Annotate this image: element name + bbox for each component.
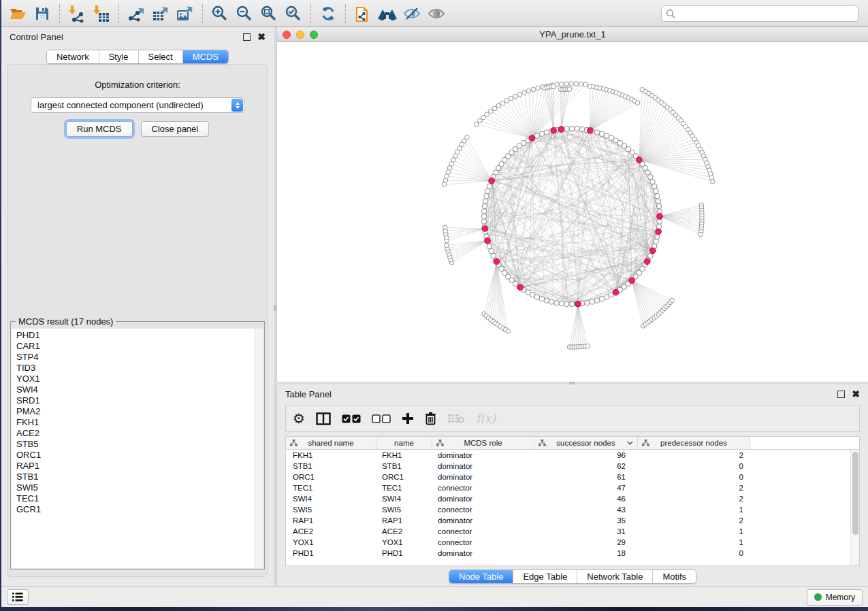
export-network-icon[interactable] bbox=[124, 3, 148, 24]
column-header-MCDS-role[interactable]: MCDS role bbox=[432, 437, 534, 449]
settings-gear-icon[interactable]: ⚙ bbox=[293, 412, 305, 425]
column-header-shared-name[interactable]: shared name bbox=[286, 437, 376, 449]
share-session-icon[interactable] bbox=[351, 3, 375, 24]
tab-style[interactable]: Style bbox=[99, 50, 139, 63]
cell-shared_name: YOX1 bbox=[286, 538, 376, 546]
cell-shared_name: RAP1 bbox=[286, 516, 376, 525]
column-header-predecessor-nodes[interactable]: predecessor nodes bbox=[638, 437, 750, 449]
cell-name: RAP1 bbox=[376, 516, 432, 525]
mcds-result-item[interactable]: TEC1 bbox=[16, 493, 263, 504]
mcds-result-item[interactable]: GCR1 bbox=[16, 504, 263, 515]
column-header-label: name bbox=[394, 439, 414, 447]
mcds-result-item[interactable]: STP4 bbox=[16, 352, 263, 363]
zoom-out-icon[interactable] bbox=[232, 3, 257, 24]
mcds-result-title: MCDS result (17 nodes) bbox=[16, 316, 116, 327]
tab-select[interactable]: Select bbox=[139, 50, 183, 63]
mcds-tab-content: Optimization criterion: largest connecte… bbox=[7, 64, 268, 577]
table-row[interactable]: ACE2ACE2connector311 bbox=[286, 526, 859, 537]
cell-predecessor_nodes: 2 bbox=[638, 516, 750, 525]
mcds-result-item[interactable]: ACE2 bbox=[16, 428, 263, 439]
add-column-icon[interactable] bbox=[402, 412, 414, 425]
table-row[interactable]: STB1STB1dominator620 bbox=[286, 461, 859, 472]
network-canvas[interactable] bbox=[277, 42, 868, 382]
mcds-result-item[interactable]: ORC1 bbox=[16, 450, 263, 461]
mcds-result-item[interactable]: STB5 bbox=[16, 439, 263, 450]
result-list-scrollbar[interactable] bbox=[255, 329, 263, 568]
zoom-in-icon[interactable] bbox=[208, 3, 232, 24]
search-binoculars-icon[interactable] bbox=[375, 3, 400, 24]
show-column-panel-icon[interactable] bbox=[316, 412, 331, 425]
delete-column-icon[interactable] bbox=[425, 412, 436, 425]
close-panel-icon[interactable]: ✖ bbox=[257, 33, 266, 41]
zoom-fit-icon[interactable] bbox=[257, 3, 281, 24]
cell-mcds_role: dominator bbox=[432, 516, 534, 525]
scrollbar-thumb[interactable] bbox=[852, 452, 858, 535]
import-table-icon[interactable] bbox=[89, 3, 114, 24]
hide-graphics-details-icon[interactable] bbox=[400, 3, 424, 24]
column-header-name[interactable]: name bbox=[376, 437, 432, 449]
open-file-icon[interactable] bbox=[5, 3, 30, 24]
export-image-icon[interactable] bbox=[173, 3, 197, 24]
column-header-successor-nodes[interactable]: successor nodes bbox=[534, 437, 638, 449]
import-network-icon[interactable] bbox=[65, 3, 89, 24]
cell-successor_nodes: 61 bbox=[534, 473, 638, 481]
table-row[interactable]: RAP1RAP1dominator352 bbox=[286, 515, 859, 526]
mcds-result-item[interactable]: STB1 bbox=[16, 472, 263, 482]
network-window-titlebar[interactable]: YPA_prune.txt_1 bbox=[277, 27, 868, 42]
criterion-dropdown[interactable]: largest connected component (undirected) bbox=[31, 97, 244, 113]
tab-mcds[interactable]: MCDS bbox=[183, 50, 228, 63]
toolbar-separator bbox=[345, 4, 346, 23]
cell-successor_nodes: 46 bbox=[534, 495, 638, 503]
run-mcds-button[interactable]: Run MCDS bbox=[66, 121, 133, 137]
mcds-result-item[interactable]: TID3 bbox=[16, 363, 263, 374]
list-icon bbox=[12, 593, 23, 601]
table-row[interactable]: TEC1TEC1connector472 bbox=[286, 482, 859, 493]
float-panel-icon[interactable] bbox=[837, 391, 845, 398]
tab-network[interactable]: Network bbox=[47, 50, 99, 63]
splitter-handle[interactable] bbox=[274, 305, 276, 311]
control-panel-tabs: NetworkStyleSelectMCDS bbox=[46, 50, 229, 64]
cell-mcds_role: dominator bbox=[432, 462, 534, 470]
cell-name: YOX1 bbox=[376, 538, 432, 546]
deselect-all-columns-icon[interactable] bbox=[372, 414, 391, 423]
table-row[interactable]: YOX1YOX1connector291 bbox=[286, 537, 859, 548]
mcds-result-item[interactable]: YOX1 bbox=[16, 374, 263, 384]
table-body: FKH1FKH1dominator962STB1STB1dominator620… bbox=[286, 450, 859, 559]
refresh-view-icon[interactable] bbox=[316, 3, 340, 24]
mcds-result-item[interactable]: PMA2 bbox=[16, 406, 263, 417]
toolbar-separator bbox=[59, 4, 60, 23]
memory-button[interactable]: Memory bbox=[807, 589, 863, 606]
table-tab-motifs[interactable]: Motifs bbox=[653, 570, 696, 583]
zoom-selected-icon[interactable] bbox=[281, 3, 306, 24]
float-panel-icon[interactable] bbox=[243, 33, 251, 41]
show-graphics-details-icon[interactable] bbox=[424, 3, 449, 24]
table-row[interactable]: PHD1PHD1dominator180 bbox=[286, 548, 859, 559]
mcds-result-item[interactable]: SWI4 bbox=[16, 384, 263, 395]
cell-mcds_role: dominator bbox=[432, 473, 534, 481]
close-panel-icon[interactable]: ✖ bbox=[852, 391, 860, 398]
select-all-columns-icon[interactable] bbox=[342, 414, 361, 423]
mcds-result-item[interactable]: SRD1 bbox=[16, 395, 263, 406]
mcds-result-item[interactable]: SWI5 bbox=[16, 482, 263, 493]
task-history-button[interactable] bbox=[7, 589, 29, 605]
mcds-result-item[interactable]: PHD1 bbox=[16, 330, 263, 341]
search-input[interactable] bbox=[661, 5, 858, 22]
mcds-result-item[interactable]: FKH1 bbox=[16, 417, 263, 428]
mcds-result-item[interactable]: RAP1 bbox=[16, 461, 263, 472]
close-panel-button[interactable]: Close panel bbox=[141, 121, 210, 137]
save-session-icon[interactable] bbox=[30, 3, 54, 24]
cell-shared_name: PHD1 bbox=[286, 549, 376, 557]
table-tab-network-table[interactable]: Network Table bbox=[577, 570, 653, 583]
table-row[interactable]: ORC1ORC1dominator610 bbox=[286, 472, 859, 482]
delete-table-icon bbox=[447, 413, 465, 424]
table-row[interactable]: SWI5SWI5connector431 bbox=[286, 504, 859, 515]
table-scrollbar[interactable] bbox=[850, 450, 859, 565]
export-table-icon[interactable] bbox=[148, 3, 173, 24]
mcds-result-item[interactable]: CAR1 bbox=[16, 341, 263, 352]
table-tab-edge-table[interactable]: Edge Table bbox=[513, 570, 577, 583]
table-row[interactable]: FKH1FKH1dominator962 bbox=[286, 450, 859, 461]
attribute-tree-icon bbox=[642, 440, 649, 446]
table-tab-node-table[interactable]: Node Table bbox=[449, 570, 514, 583]
toolbar-separator bbox=[202, 4, 203, 23]
table-row[interactable]: SWI4SWI4dominator462 bbox=[286, 493, 859, 504]
